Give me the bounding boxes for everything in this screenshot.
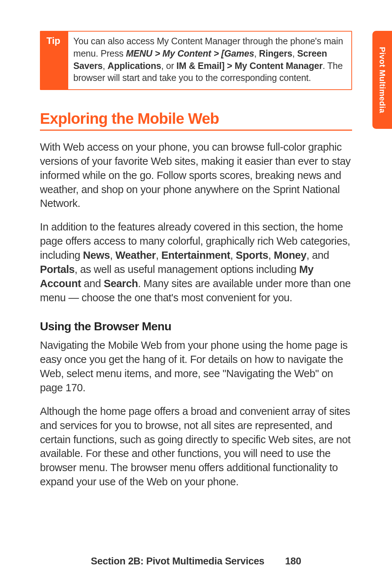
page-footer: Section 2B: Pivot Multimedia Services 18… bbox=[0, 556, 392, 567]
p2-b6: Portals bbox=[40, 264, 75, 275]
footer-section: Section 2B: Pivot Multimedia Services bbox=[91, 556, 264, 567]
tip-box: Tip You can also access My Content Manag… bbox=[40, 31, 352, 90]
p2-b3: Entertainment bbox=[161, 249, 230, 261]
tip-body: You can also access My Content Manager t… bbox=[68, 32, 351, 89]
side-tab: Pivot Multimedia bbox=[372, 31, 392, 129]
tip-sep-4: , or bbox=[161, 61, 176, 71]
p2-s4: , bbox=[268, 249, 274, 261]
p2-s7: and bbox=[81, 278, 104, 289]
p2-b4: Sports bbox=[236, 249, 268, 261]
tip-bold-5: IM & Email] > My Content Manager bbox=[176, 61, 323, 71]
paragraph-3: Navigating the Mobile Web from your phon… bbox=[40, 338, 352, 395]
tip-bold-4: Applications bbox=[107, 61, 161, 71]
side-tab-label: Pivot Multimedia bbox=[377, 47, 387, 113]
tip-menu-path-1: MENU > My Content > [Games bbox=[126, 48, 254, 58]
subheading-browser-menu: Using the Browser Menu bbox=[40, 320, 352, 333]
section-heading: Exploring the Mobile Web bbox=[40, 110, 352, 131]
p2-s6: , as well as useful management options i… bbox=[75, 264, 299, 275]
paragraph-2: In addition to the features already cove… bbox=[40, 220, 352, 305]
p2-s2: , bbox=[156, 249, 161, 261]
manual-page: Pivot Multimedia Tip You can also access… bbox=[0, 0, 392, 588]
tip-sep-3: , bbox=[103, 61, 108, 71]
p2-b5: Money bbox=[274, 249, 306, 261]
tip-sep-1: , bbox=[254, 48, 259, 58]
tip-bold-2: Ringers bbox=[259, 48, 293, 58]
p2-s1: , bbox=[110, 249, 115, 261]
p2-b2: Weather bbox=[115, 249, 156, 261]
p2-b1: News bbox=[83, 249, 110, 261]
paragraph-4: Although the home page offers a broad an… bbox=[40, 404, 352, 489]
tip-sep-2: , bbox=[292, 48, 297, 58]
p2-s3: , bbox=[230, 249, 236, 261]
p2-s5: , and bbox=[306, 249, 329, 261]
p2-b8: Search bbox=[104, 278, 138, 289]
footer-page-number: 180 bbox=[285, 556, 301, 567]
paragraph-1: With Web access on your phone, you can b… bbox=[40, 140, 352, 211]
tip-label: Tip bbox=[41, 32, 68, 89]
